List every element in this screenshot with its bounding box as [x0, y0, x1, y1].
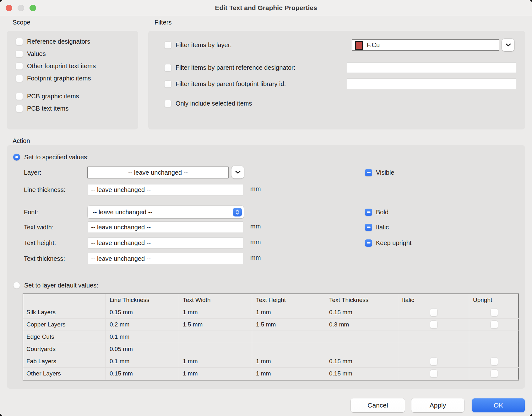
- italic-flag-row[interactable]: Italic: [365, 223, 389, 232]
- checkbox-icon[interactable]: [16, 38, 23, 45]
- checkbox-label: Other footprint text items: [27, 63, 96, 70]
- table-cell: [469, 331, 519, 343]
- checkbox-icon[interactable]: [16, 75, 23, 82]
- text-width-unit: mm: [250, 223, 261, 230]
- footprint-library-filter-input[interactable]: [347, 79, 516, 89]
- chevron-down-icon: [506, 43, 511, 47]
- checkbox-icon[interactable]: [164, 41, 171, 49]
- upright-checkbox-icon[interactable]: [491, 357, 498, 365]
- line-thickness-unit: mm: [250, 185, 261, 193]
- filter-by-reference-checkbox-row[interactable]: Filter items by parent reference designa…: [164, 63, 295, 72]
- italic-checkbox-icon[interactable]: [430, 357, 437, 365]
- layer-field-label: Layer:: [24, 168, 41, 177]
- scope-item-pcb-graphic[interactable]: PCB graphic items: [16, 92, 79, 101]
- text-width-input[interactable]: [88, 222, 243, 233]
- line-thickness-input[interactable]: [88, 184, 243, 195]
- table-cell: 0.3 mm: [325, 319, 398, 331]
- text-thickness-input[interactable]: [88, 253, 243, 264]
- indeterminate-checkbox-icon[interactable]: [365, 224, 372, 231]
- checkbox-label: Filter items by parent reference designa…: [176, 64, 295, 71]
- table-cell: 1.5 mm: [252, 319, 325, 331]
- radio-label: Set to specified values:: [24, 154, 89, 161]
- text-height-input[interactable]: [88, 237, 243, 249]
- table-cell: [252, 343, 325, 355]
- checkbox-label: Values: [27, 50, 46, 57]
- flag-label: Keep upright: [376, 239, 411, 247]
- table-cell: [325, 343, 398, 355]
- layer-combo[interactable]: -- leave unchanged --: [87, 167, 229, 178]
- table-cell: [398, 319, 469, 331]
- cancel-button[interactable]: Cancel: [351, 398, 405, 412]
- checkbox-label: PCB text items: [27, 105, 68, 112]
- reference-designator-filter-input[interactable]: [347, 62, 516, 73]
- table-cell: 1 mm: [252, 368, 325, 380]
- text-height-label: Text height:: [24, 238, 56, 247]
- layer-dropdown-button[interactable]: [231, 166, 244, 178]
- indeterminate-checkbox-icon[interactable]: [365, 169, 372, 176]
- filter-by-layer-checkbox-row[interactable]: Filter items by layer:: [164, 41, 232, 49]
- checkbox-icon[interactable]: [16, 63, 23, 70]
- italic-checkbox-icon[interactable]: [430, 308, 437, 316]
- only-selected-checkbox-row[interactable]: Only include selected items: [164, 99, 252, 108]
- scope-item-pcb-text[interactable]: PCB text items: [16, 104, 68, 113]
- checkbox-icon[interactable]: [16, 93, 23, 100]
- chevron-down-icon: [235, 171, 241, 174]
- scope-panel: Reference designators Values Other footp…: [7, 31, 138, 129]
- set-layer-defaults-radio-row[interactable]: Set to layer default values:: [13, 281, 98, 290]
- scope-item-footprint-graphic[interactable]: Footprint graphic items: [16, 74, 91, 83]
- table-header-italic: Italic: [398, 294, 469, 306]
- scope-item-values[interactable]: Values: [16, 49, 46, 58]
- table-header-line-thickness: Line Thickness: [106, 294, 179, 306]
- radio-selected-icon[interactable]: [13, 154, 20, 161]
- table-cell: 0.15 mm: [106, 368, 179, 380]
- set-specified-values-radio-row[interactable]: Set to specified values:: [13, 153, 89, 161]
- titlebar: Edit Text and Graphic Properties: [0, 0, 532, 16]
- table-cell: [179, 343, 252, 355]
- checkbox-icon[interactable]: [164, 100, 171, 107]
- checkbox-icon[interactable]: [164, 80, 171, 88]
- indeterminate-checkbox-icon[interactable]: [365, 239, 372, 247]
- table-cell: 0.1 mm: [106, 331, 179, 343]
- text-height-unit: mm: [250, 238, 261, 246]
- visible-flag-row[interactable]: Visible: [365, 168, 394, 177]
- bold-flag-row[interactable]: Bold: [365, 208, 388, 216]
- table-cell: [469, 368, 519, 380]
- apply-button[interactable]: Apply: [411, 398, 464, 412]
- table-cell: [398, 368, 469, 380]
- layer-filter-dropdown-button[interactable]: [502, 39, 514, 51]
- checkbox-icon[interactable]: [16, 105, 23, 112]
- checkbox-icon[interactable]: [164, 64, 171, 71]
- checkbox-label: Footprint graphic items: [27, 75, 91, 82]
- font-popup[interactable]: -- leave unchanged --: [88, 206, 244, 218]
- scope-section-label: Scope: [13, 19, 30, 26]
- scope-item-other-footprint-text[interactable]: Other footprint text items: [16, 62, 96, 70]
- checkbox-label: Reference designators: [27, 38, 90, 45]
- checkbox-label: PCB graphic items: [27, 93, 79, 100]
- radio-unselected-icon[interactable]: [13, 282, 20, 289]
- table-cell: Fab Layers: [23, 355, 106, 368]
- table-header-text-thickness: Text Thickness: [325, 294, 398, 306]
- checkbox-label: Filter items by layer:: [176, 41, 232, 49]
- table-cell: Copper Layers: [23, 319, 106, 331]
- table-cell: [469, 306, 519, 319]
- filter-by-library-checkbox-row[interactable]: Filter items by parent footprint library…: [164, 79, 286, 88]
- italic-checkbox-icon[interactable]: [430, 320, 437, 329]
- italic-checkbox-icon[interactable]: [430, 369, 437, 378]
- scope-item-reference-designators[interactable]: Reference designators: [16, 37, 90, 46]
- table-cell: 0.2 mm: [106, 319, 179, 331]
- keep-upright-flag-row[interactable]: Keep upright: [365, 238, 411, 247]
- checkbox-icon[interactable]: [16, 50, 23, 57]
- table-cell: [325, 331, 398, 343]
- layer-filter-combo[interactable]: F.Cu: [352, 39, 499, 51]
- text-width-label: Text width:: [24, 223, 53, 232]
- table-header-text-width: Text Width: [179, 294, 252, 306]
- flag-label: Bold: [376, 209, 388, 216]
- table-cell: 1 mm: [252, 355, 325, 368]
- upright-checkbox-icon[interactable]: [491, 308, 498, 316]
- upright-checkbox-icon[interactable]: [491, 369, 498, 378]
- ok-button[interactable]: OK: [472, 398, 525, 412]
- upright-checkbox-icon[interactable]: [491, 320, 498, 329]
- indeterminate-checkbox-icon[interactable]: [365, 209, 372, 216]
- filters-panel: Filter items by layer: F.Cu Filter items…: [148, 31, 525, 129]
- table-cell: Other Layers: [23, 368, 106, 380]
